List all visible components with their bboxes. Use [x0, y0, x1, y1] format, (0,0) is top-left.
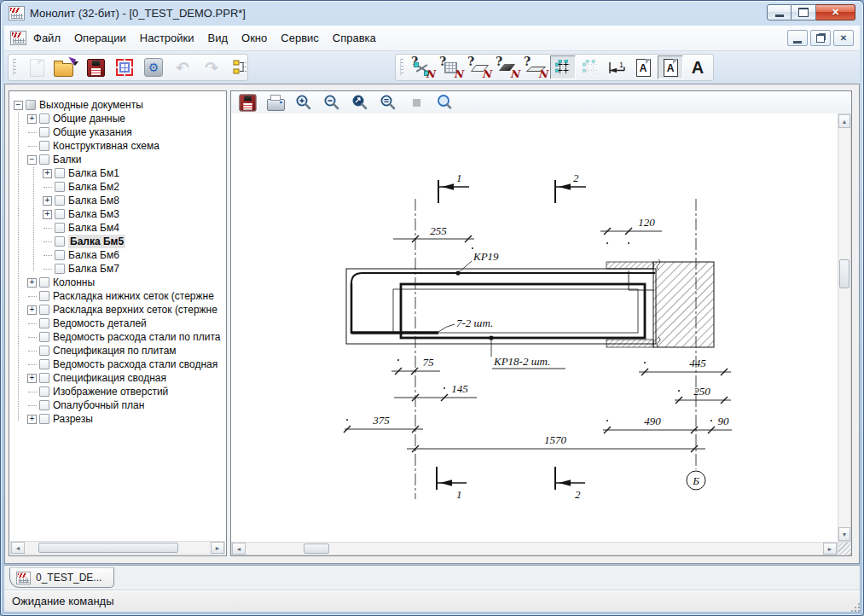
checkbox[interactable]	[55, 250, 65, 260]
text-plain-button[interactable]	[686, 56, 710, 78]
expand-icon[interactable]	[27, 415, 37, 424]
checkbox[interactable]	[55, 209, 65, 219]
query-node-button[interactable]: N	[409, 56, 435, 78]
expand-icon[interactable]	[43, 210, 52, 219]
query-wall-button[interactable]: N	[494, 56, 519, 78]
grid-visible-button[interactable]	[550, 55, 576, 79]
close-button[interactable]: ✕	[816, 4, 855, 20]
menu-help[interactable]: Справка	[326, 28, 383, 48]
expand-icon[interactable]	[43, 169, 52, 178]
checkbox[interactable]	[39, 346, 49, 356]
tree-item[interactable]: Раскладка верхних сеток (стержне	[10, 303, 225, 317]
tree-item[interactable]: Балка Бм1	[10, 166, 225, 180]
collapse-icon[interactable]	[14, 101, 23, 110]
checkbox[interactable]	[26, 100, 36, 110]
viewer-save-button[interactable]	[238, 93, 257, 112]
resize-grip[interactable]	[838, 542, 851, 555]
menu-window[interactable]: Окно	[235, 28, 274, 48]
tree-item[interactable]: Балка Бм3	[10, 207, 225, 221]
checkbox[interactable]	[39, 154, 49, 165]
tree-item[interactable]: Ведомость деталей	[10, 317, 225, 330]
undo-button[interactable]	[171, 56, 194, 78]
checkbox[interactable]	[55, 264, 65, 274]
tree-item[interactable]: Балка Бм7	[10, 262, 225, 276]
tree-item[interactable]: Балка Бм8	[10, 194, 225, 207]
text-in-doc-active-button[interactable]	[658, 55, 683, 79]
dimension-mode-button[interactable]: 1	[605, 56, 629, 78]
viewer-print-button[interactable]	[266, 93, 285, 112]
expand-icon[interactable]	[27, 114, 37, 124]
tree-item[interactable]: Раскладка нижних сеток (стержне	[10, 289, 225, 303]
tree-item-beams[interactable]: Балки	[10, 153, 225, 166]
text-in-doc-button[interactable]	[631, 56, 655, 78]
checkbox[interactable]	[39, 386, 49, 397]
checkbox[interactable]	[55, 236, 65, 247]
settings-button[interactable]	[142, 56, 165, 78]
menu-operations[interactable]: Операции	[67, 28, 133, 48]
tree-horizontal-scrollbar[interactable]: ◄ ►	[10, 541, 225, 555]
menu-settings[interactable]: Настройки	[133, 28, 201, 48]
checkbox[interactable]	[39, 373, 49, 383]
tree-item-selected[interactable]: Балка Бм5	[10, 235, 225, 248]
drawing-horizontal-scrollbar[interactable]: ◄ ►	[231, 542, 838, 555]
checkbox[interactable]	[39, 318, 49, 328]
tree-item-root[interactable]: Выходные документы	[10, 98, 225, 112]
checkbox[interactable]	[39, 400, 49, 410]
zoom-out-button[interactable]	[322, 93, 341, 112]
minimize-button[interactable]	[767, 4, 792, 20]
document-icon[interactable]	[10, 31, 26, 45]
zoom-window-button[interactable]	[351, 93, 369, 112]
scroll-right-icon[interactable]: ►	[211, 542, 224, 554]
scroll-up-icon[interactable]: ▲	[838, 114, 850, 128]
redo-button[interactable]	[200, 56, 223, 78]
expand-icon[interactable]	[27, 374, 37, 383]
tree-item[interactable]: Ведомость расхода стали по плита	[10, 330, 225, 344]
expand-icon[interactable]	[27, 305, 37, 315]
scroll-down-icon[interactable]: ▼	[838, 527, 850, 541]
menu-service[interactable]: Сервис	[274, 28, 326, 48]
toolbar-grip[interactable]	[400, 59, 403, 76]
checkbox[interactable]	[39, 332, 49, 342]
tree-item[interactable]: Спецификация по плитам	[10, 344, 225, 357]
new-document-button[interactable]	[25, 56, 49, 78]
tree-item[interactable]: Опалубочный план	[10, 398, 225, 412]
mdi-close-button[interactable]: ✕	[833, 30, 854, 46]
document-tree-button[interactable]	[229, 56, 252, 78]
grid-hidden-button[interactable]	[578, 56, 602, 78]
collapse-icon[interactable]	[27, 155, 37, 165]
frame-grid-button[interactable]	[113, 56, 136, 78]
checkbox[interactable]	[55, 195, 65, 206]
open-file-button[interactable]	[54, 56, 78, 78]
scroll-left-icon[interactable]: ◄	[232, 543, 246, 555]
checkbox[interactable]	[39, 414, 49, 424]
checkbox[interactable]	[39, 305, 49, 315]
mdi-minimize-button[interactable]	[787, 30, 808, 46]
query-beam-button[interactable]: N	[466, 56, 491, 78]
checkbox[interactable]	[39, 127, 49, 137]
tree-item[interactable]: Балка Бм6	[10, 248, 225, 262]
tree-item[interactable]: Балка Бм4	[10, 221, 225, 235]
expand-icon[interactable]	[43, 196, 52, 206]
checkbox[interactable]	[39, 141, 49, 151]
checkbox[interactable]	[39, 113, 49, 124]
checkbox[interactable]	[39, 277, 49, 288]
tree-item[interactable]: Общие данные	[10, 112, 225, 125]
document-tab[interactable]: 0_TEST_DE...	[9, 567, 114, 588]
query-grid-button[interactable]: N	[438, 56, 463, 78]
zoom-in-button[interactable]	[294, 93, 313, 112]
menu-view[interactable]: Вид	[201, 28, 235, 48]
scroll-left-icon[interactable]: ◄	[11, 542, 25, 554]
toolbar-grip[interactable]	[13, 59, 16, 76]
restore-button[interactable]	[792, 4, 816, 20]
scrollbar-thumb[interactable]	[839, 259, 850, 288]
checkbox[interactable]	[39, 359, 49, 369]
scrollbar-thumb[interactable]	[304, 543, 329, 554]
drawing-canvas[interactable]: Б 1 2	[231, 113, 851, 555]
scrollbar-thumb[interactable]	[38, 543, 178, 553]
scroll-right-icon[interactable]: ►	[823, 543, 837, 555]
checkbox[interactable]	[39, 291, 49, 301]
tree-item[interactable]: Общие указания	[10, 125, 225, 139]
tree-item[interactable]: Ведомость расхода стали сводная	[10, 357, 225, 371]
checkbox[interactable]	[55, 223, 65, 233]
zoom-search-button[interactable]	[435, 93, 454, 112]
